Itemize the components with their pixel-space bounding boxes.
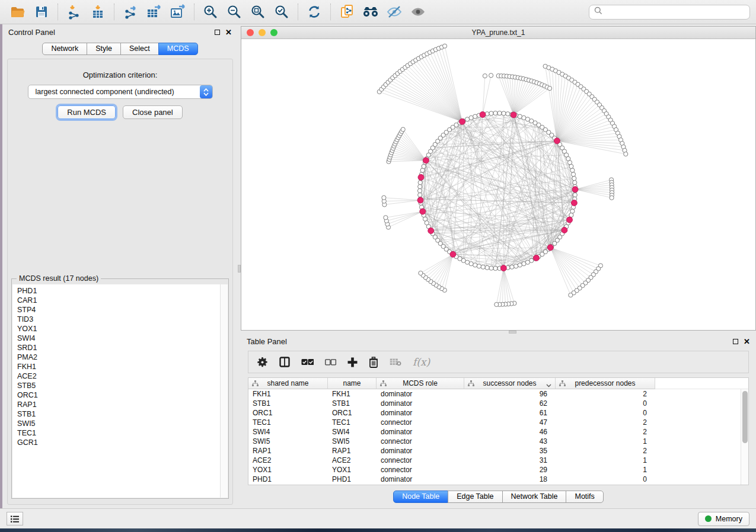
network-node[interactable] — [518, 263, 522, 267]
save-session-icon[interactable] — [30, 2, 53, 21]
network-node[interactable] — [477, 264, 481, 268]
table-cell[interactable]: 1 — [556, 437, 655, 446]
table-cell[interactable]: 62 — [464, 399, 556, 408]
tab-node-table[interactable]: Node Table — [393, 491, 448, 503]
network-node[interactable] — [443, 44, 447, 48]
network-node[interactable] — [418, 184, 422, 188]
show-columns-icon[interactable] — [279, 353, 290, 371]
network-node[interactable] — [624, 152, 628, 156]
column-header-name[interactable]: name — [328, 378, 377, 389]
criterion-dropdown[interactable]: largest connected component (undirected) — [28, 85, 213, 99]
table-cell[interactable]: SWI4 — [328, 427, 377, 437]
column-header-successor-nodes[interactable]: successor nodes — [464, 378, 556, 389]
zoom-fit-icon[interactable] — [246, 2, 270, 21]
table-cell[interactable]: STB1 — [248, 399, 328, 408]
mcds-node-item[interactable]: STP4 — [17, 305, 228, 315]
table-cell[interactable]: dominator — [377, 446, 464, 456]
network-node[interactable] — [460, 118, 465, 124]
network-node[interactable] — [418, 193, 422, 197]
window-close-light[interactable] — [247, 29, 254, 36]
splitter-handle[interactable] — [238, 265, 241, 273]
network-node[interactable] — [534, 255, 540, 261]
table-cell[interactable]: TEC1 — [328, 418, 377, 427]
mcds-node-item[interactable]: SRD1 — [17, 343, 228, 352]
table-cell[interactable]: FKH1 — [248, 389, 328, 399]
network-node[interactable] — [548, 86, 552, 91]
open-file-icon[interactable] — [6, 2, 30, 21]
table-cell[interactable]: 96 — [464, 389, 556, 399]
network-node[interactable] — [497, 111, 502, 115]
deselect-all-checkboxes-icon[interactable] — [325, 353, 336, 371]
table-row[interactable]: STB1STB1dominator620 — [248, 399, 748, 408]
close-panel-icon[interactable]: ✕ — [225, 28, 232, 36]
mcds-node-item[interactable]: STB1 — [17, 409, 228, 419]
table-options-icon[interactable] — [257, 353, 268, 371]
function-builder-icon[interactable]: f(x) — [413, 356, 430, 368]
network-node[interactable] — [417, 197, 423, 203]
network-node[interactable] — [554, 138, 560, 144]
table-cell[interactable]: ACE2 — [248, 456, 328, 465]
table-cell[interactable]: dominator — [377, 399, 464, 408]
export-table-icon[interactable] — [142, 2, 166, 21]
network-node[interactable] — [502, 111, 506, 116]
network-node[interactable] — [418, 174, 424, 180]
zoom-in-icon[interactable] — [199, 2, 222, 21]
network-node[interactable] — [514, 264, 518, 268]
mcds-result-list[interactable]: PHD1CAR1STP4TID3YOX1SWI4SRD1PMA2FKH1ACE2… — [12, 284, 228, 498]
table-cell[interactable]: 46 — [464, 427, 556, 437]
network-node[interactable] — [572, 187, 578, 193]
zoom-selected-icon[interactable] — [270, 2, 294, 21]
network-node[interactable] — [489, 266, 493, 270]
network-node[interactable] — [418, 181, 422, 185]
network-node[interactable] — [510, 265, 514, 269]
table-cell[interactable]: YOX1 — [328, 465, 377, 475]
status-menu-icon[interactable] — [7, 512, 23, 525]
run-mcds-button[interactable]: Run MCDS — [58, 105, 116, 119]
table-cell[interactable]: STB1 — [328, 399, 377, 408]
column-header-mcds-role[interactable]: MCDS role — [377, 378, 464, 389]
network-node[interactable] — [401, 127, 405, 132]
table-cell[interactable]: 0 — [556, 475, 655, 484]
vertical-splitter[interactable] — [238, 24, 241, 508]
network-node[interactable] — [423, 158, 429, 164]
mcds-node-item[interactable]: SWI4 — [17, 334, 228, 343]
network-node[interactable] — [569, 164, 573, 168]
mcds-node-item[interactable]: STB5 — [17, 381, 228, 390]
network-node[interactable] — [493, 266, 497, 270]
clone-network-icon[interactable] — [335, 2, 359, 21]
network-node[interactable] — [420, 209, 426, 214]
network-canvas[interactable] — [241, 39, 755, 330]
table-row[interactable]: SWI4SWI4dominator462 — [248, 427, 748, 437]
network-node[interactable] — [573, 181, 577, 185]
table-row[interactable]: SWI5SWI5connector431 — [248, 437, 748, 446]
network-node[interactable] — [489, 111, 493, 116]
table-cell[interactable]: connector — [377, 418, 464, 427]
table-cell[interactable]: SWI5 — [328, 437, 377, 446]
table-cell[interactable]: 2 — [556, 418, 655, 427]
search-input[interactable] — [606, 8, 745, 16]
float-panel-icon[interactable] — [733, 339, 738, 344]
table-cell[interactable]: connector — [377, 465, 464, 475]
table-cell[interactable]: 1 — [556, 456, 655, 465]
mcds-node-item[interactable]: FKH1 — [17, 362, 228, 371]
network-node[interactable] — [382, 196, 386, 200]
memory-button[interactable]: Memory — [698, 512, 749, 526]
network-node[interactable] — [573, 193, 577, 197]
delete-row-icon[interactable] — [369, 353, 378, 371]
float-panel-icon[interactable] — [215, 30, 220, 35]
table-cell[interactable]: ORC1 — [328, 408, 377, 418]
mcds-list-scrollbar[interactable] — [220, 284, 228, 498]
network-node[interactable] — [572, 177, 576, 181]
table-scrollbar[interactable] — [741, 389, 748, 485]
close-panel-button[interactable]: Close panel — [123, 105, 183, 119]
table-cell[interactable]: 2 — [556, 389, 655, 399]
table-row[interactable]: ORC1ORC1dominator610 — [248, 408, 748, 418]
table-cell[interactable]: dominator — [377, 408, 464, 418]
table-cell[interactable]: PHD1 — [328, 475, 377, 484]
table-row[interactable]: YOX1YOX1connector291 — [248, 465, 748, 475]
horizontal-splitter[interactable] — [241, 331, 756, 334]
import-table-icon[interactable] — [86, 2, 110, 21]
splitter-handle[interactable] — [509, 331, 516, 334]
network-node[interactable] — [569, 293, 573, 297]
network-node[interactable] — [570, 209, 575, 213]
